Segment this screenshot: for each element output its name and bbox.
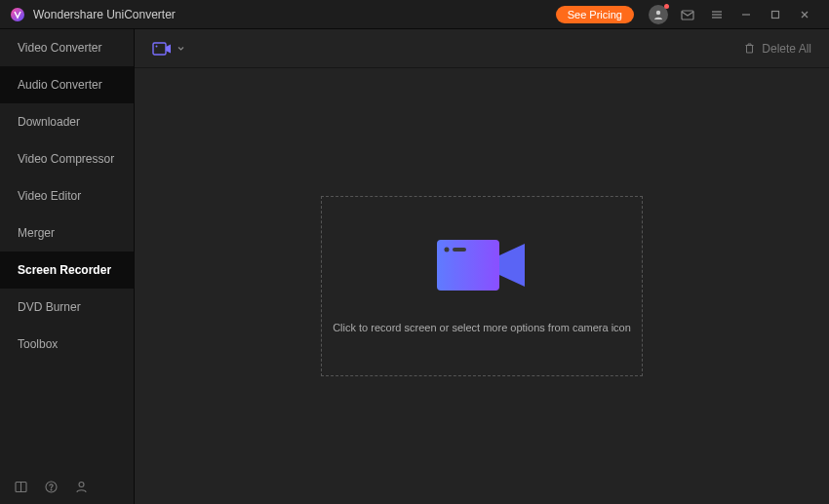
sidebar-item-label: Toolbox [18,337,58,351]
tutorial-icon[interactable] [14,480,28,494]
record-dropzone[interactable]: Click to record screen or select more op… [321,196,643,376]
record-mode-dropdown[interactable] [152,41,185,57]
sidebar-item-dvd-burner[interactable]: DVD Burner [0,289,134,326]
sidebar-item-label: Video Converter [18,41,102,55]
sidebar-item-label: Screen Recorder [18,263,111,277]
svg-rect-19 [453,248,466,252]
content-toolbar: Delete All [135,29,829,68]
sidebar-item-label: Audio Converter [18,78,102,92]
menu-icon[interactable] [705,3,729,26]
trash-icon [743,42,756,55]
mail-icon[interactable] [676,3,699,26]
svg-point-13 [51,489,52,490]
sidebar-item-video-compressor[interactable]: Video Compressor [0,140,134,177]
svg-point-14 [79,483,84,487]
camera-icon [437,240,527,296]
sidebar-item-downloader[interactable]: Downloader [0,103,134,140]
svg-point-16 [156,45,158,47]
sidebar-item-label: Merger [18,226,55,240]
chevron-down-icon [177,44,185,53]
sidebar-item-screen-recorder[interactable]: Screen Recorder [0,252,134,289]
app-title: Wondershare UniConverter [33,8,556,21]
maximize-icon[interactable] [764,3,787,26]
dropzone-instruction: Click to record screen or select more op… [333,322,631,333]
see-pricing-button[interactable]: See Pricing [556,6,634,23]
svg-point-18 [445,247,450,252]
sidebar-footer [0,470,134,504]
sidebar-item-video-converter[interactable]: Video Converter [0,29,134,66]
sidebar-item-label: Downloader [18,115,80,129]
app-logo-icon [10,7,25,22]
main-area: Video Converter Audio Converter Download… [0,29,829,504]
svg-point-0 [11,8,24,21]
svg-rect-15 [153,43,166,55]
sidebar-item-audio-converter[interactable]: Audio Converter [0,66,134,103]
sidebar-item-merger[interactable]: Merger [0,214,134,252]
svg-rect-7 [772,11,779,18]
account-icon[interactable] [647,3,670,26]
sidebar-item-video-editor[interactable]: Video Editor [0,177,134,214]
titlebar: Wondershare UniConverter See Pricing [0,0,829,29]
workspace: Click to record screen or select more op… [135,68,829,504]
contact-icon[interactable] [74,480,89,494]
sidebar-item-label: DVD Burner [18,300,81,314]
sidebar-item-label: Video Compressor [18,152,114,166]
svg-point-1 [656,10,660,14]
sidebar: Video Converter Audio Converter Download… [0,29,135,504]
help-icon[interactable] [44,480,59,494]
content-area: Delete All [135,29,829,504]
close-icon[interactable] [793,3,816,26]
delete-all-label: Delete All [762,42,811,56]
delete-all-button[interactable]: Delete All [743,42,811,56]
sidebar-items: Video Converter Audio Converter Download… [0,29,134,470]
notification-dot-icon [664,4,669,9]
sidebar-item-toolbox[interactable]: Toolbox [0,326,134,363]
sidebar-item-label: Video Editor [18,189,81,203]
minimize-icon[interactable] [734,3,758,26]
